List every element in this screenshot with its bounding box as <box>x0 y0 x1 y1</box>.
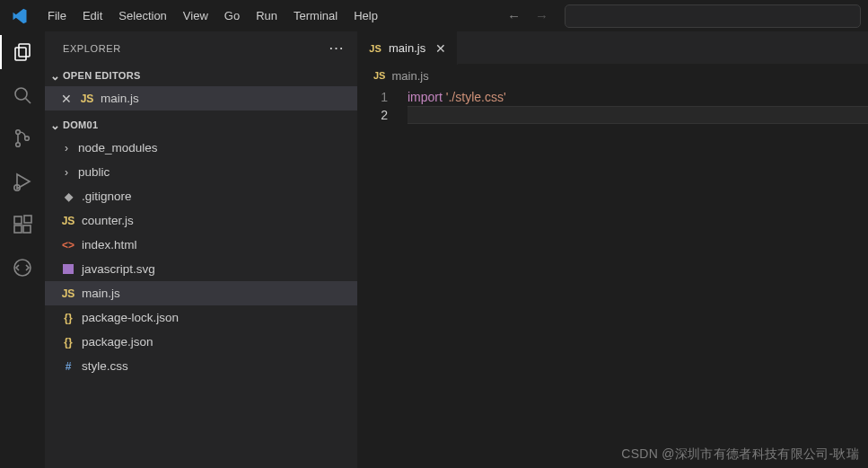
json-file-icon: {} <box>61 335 75 349</box>
close-icon[interactable]: ✕ <box>435 41 446 56</box>
line-gutter: 1 2 <box>357 88 408 468</box>
menu-selection[interactable]: Selection <box>110 5 174 26</box>
html-file-icon: <> <box>61 238 75 252</box>
chevron-down-icon: ⌄ <box>48 119 63 132</box>
open-editors-label: OPEN EDITORS <box>63 70 141 81</box>
file-label: index.html <box>82 238 137 252</box>
folder-label: node_modules <box>78 141 158 155</box>
menu-go[interactable]: Go <box>216 5 248 26</box>
tab-label: main.js <box>389 41 425 55</box>
more-actions-icon[interactable]: ⋯ <box>329 39 345 57</box>
file-style-css[interactable]: # style.css <box>45 354 357 378</box>
svg-rect-9 <box>14 216 22 224</box>
nav-forward-icon[interactable]: → <box>535 8 548 23</box>
file-label: main.js <box>82 287 120 300</box>
tab-main-js[interactable]: JS main.js ✕ <box>357 31 458 65</box>
css-file-icon: # <box>61 359 75 374</box>
chevron-right-icon: › <box>61 166 72 179</box>
folder-node-modules[interactable]: › node_modules <box>45 136 357 160</box>
remote-icon[interactable] <box>11 256 34 279</box>
nav-arrows: ← → <box>507 8 548 23</box>
code-line <box>408 106 868 124</box>
svg-point-5 <box>16 143 21 147</box>
file-label: counter.js <box>82 214 134 227</box>
svg-file-icon <box>61 262 75 277</box>
activity-bar <box>0 31 45 468</box>
js-file-icon: JS <box>61 287 75 301</box>
menu-run[interactable]: Run <box>248 5 285 26</box>
js-file-icon: JS <box>368 43 382 54</box>
code-editor[interactable]: 1 2 import './style.css' <box>357 86 868 468</box>
file-package-json[interactable]: {} package.json <box>45 330 357 354</box>
explorer-icon[interactable] <box>11 40 34 64</box>
svg-point-2 <box>15 88 27 100</box>
menu-edit[interactable]: Edit <box>75 5 110 26</box>
svg-rect-11 <box>23 225 31 233</box>
js-file-icon: JS <box>80 92 94 106</box>
nav-back-icon[interactable]: ← <box>507 8 521 23</box>
menu-terminal[interactable]: Terminal <box>285 5 346 26</box>
svg-line-3 <box>26 99 31 104</box>
code-line: import './style.css' <box>408 88 868 106</box>
svg-rect-10 <box>14 225 22 233</box>
breadcrumb[interactable]: JS main.js <box>357 65 868 86</box>
line-number: 1 <box>357 88 388 106</box>
file-javascript-svg[interactable]: javascript.svg <box>45 257 357 281</box>
folder-public[interactable]: › public <box>45 160 357 184</box>
tab-bar: JS main.js ✕ <box>357 31 868 65</box>
extensions-icon[interactable] <box>11 213 34 236</box>
code-lines: import './style.css' <box>408 88 868 468</box>
menu-help[interactable]: Help <box>346 5 386 26</box>
breadcrumb-label: main.js <box>391 69 428 83</box>
file-gitignore[interactable]: ◆ .gitignore <box>45 184 357 208</box>
file-label: javascript.svg <box>82 262 155 276</box>
json-file-icon: {} <box>61 311 75 325</box>
file-label: style.css <box>82 359 128 373</box>
menu-file[interactable]: File <box>39 5 75 26</box>
open-editor-filename: main.js <box>101 92 139 105</box>
chevron-down-icon: ⌄ <box>48 69 63 83</box>
run-debug-icon[interactable] <box>11 170 34 193</box>
project-header[interactable]: ⌄ DOM01 <box>45 114 357 136</box>
explorer-panel: EXPLORER ⋯ ⌄ OPEN EDITORS ✕ JS main.js ⌄… <box>45 31 357 468</box>
svg-point-4 <box>16 130 21 135</box>
file-main-js[interactable]: JS main.js <box>45 281 357 305</box>
source-control-icon[interactable] <box>11 127 34 150</box>
chevron-right-icon: › <box>61 142 72 155</box>
file-label: package.json <box>82 335 153 349</box>
close-icon[interactable]: ✕ <box>61 92 74 106</box>
file-counter-js[interactable]: JS counter.js <box>45 208 357 233</box>
svg-rect-0 <box>19 44 30 57</box>
svg-rect-1 <box>15 48 26 60</box>
git-file-icon: ◆ <box>61 190 75 204</box>
open-editors-header[interactable]: ⌄ OPEN EDITORS <box>45 65 357 86</box>
line-number: 2 <box>357 106 388 124</box>
editor-region: JS main.js ✕ JS main.js 1 2 import './st… <box>357 31 868 468</box>
title-bar: File Edit Selection View Go Run Terminal… <box>0 0 868 31</box>
js-file-icon: JS <box>373 70 385 81</box>
svg-rect-12 <box>24 216 31 223</box>
explorer-title: EXPLORER <box>63 43 121 54</box>
file-label: package-lock.json <box>82 311 179 324</box>
file-package-lock-json[interactable]: {} package-lock.json <box>45 305 357 330</box>
file-index-html[interactable]: <> index.html <box>45 233 357 257</box>
file-label: .gitignore <box>82 190 132 203</box>
folder-label: public <box>78 165 110 179</box>
command-center-input[interactable] <box>565 4 861 28</box>
vscode-logo-icon <box>11 7 29 25</box>
js-file-icon: JS <box>61 214 75 228</box>
menu-bar: File Edit Selection View Go Run Terminal… <box>39 5 386 26</box>
watermark-text: CSDN @深圳市有德者科技有限公司-耿瑞 <box>621 446 859 463</box>
open-editor-item[interactable]: ✕ JS main.js <box>45 86 357 110</box>
search-icon[interactable] <box>11 84 34 107</box>
menu-view[interactable]: View <box>175 5 216 26</box>
project-label: DOM01 <box>63 119 98 130</box>
